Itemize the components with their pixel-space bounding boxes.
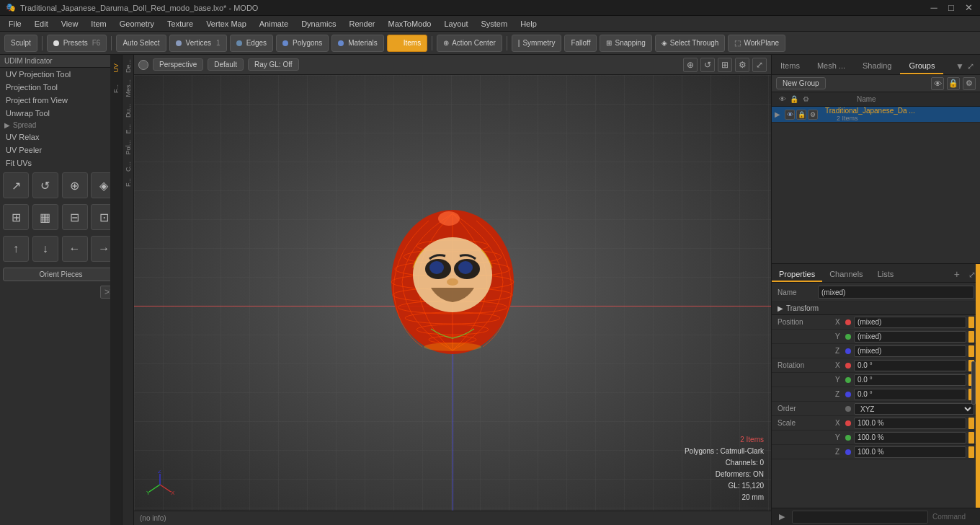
order-select[interactable]: XYZ XZY YXZ YZX ZXY ZYX (854, 403, 974, 415)
pos-x-input[interactable] (854, 317, 966, 328)
ptab-add[interactable]: + (950, 266, 964, 282)
scale-x-drag[interactable] (968, 418, 974, 429)
perspective-btn[interactable]: Perspective (153, 58, 203, 71)
vertices-button[interactable]: Vertices 1 (169, 35, 227, 52)
rot-x-input[interactable] (854, 360, 966, 371)
row-lock-icon[interactable]: 🔒 (796, 110, 806, 120)
row-vis-icon[interactable]: 👁 (785, 110, 795, 120)
tab-groups[interactable]: Groups (900, 58, 943, 74)
menu-maxtomode[interactable]: MaxToModo (383, 18, 437, 30)
scale-z-input[interactable] (854, 446, 966, 458)
raygl-btn[interactable]: Ray GL: Off (248, 58, 299, 71)
minimize-button[interactable]: ─ (928, 2, 940, 13)
menu-view[interactable]: View (55, 18, 84, 30)
pos-x-drag[interactable] (968, 317, 974, 328)
groups-eye-btn[interactable]: 👁 (931, 77, 944, 90)
uv-peeler-item[interactable]: UV Peeler (0, 144, 122, 156)
auto-select-button[interactable]: Auto Select (116, 35, 166, 52)
side-tab-e[interactable]: E... (123, 121, 133, 137)
resize-handle[interactable] (971, 361, 976, 405)
shading-btn[interactable]: Default (208, 58, 244, 71)
menu-dynamics[interactable]: Dynamics (295, 18, 342, 30)
close-button[interactable]: ✕ (963, 2, 974, 13)
tool-up[interactable]: ↑ (3, 236, 29, 262)
presets-button[interactable]: Presets F6 (47, 35, 107, 52)
maximize-button[interactable]: □ (945, 2, 957, 13)
ptab-lists[interactable]: Lists (870, 268, 901, 282)
scale-x-input[interactable] (854, 418, 966, 429)
sculpt-button[interactable]: Sculpt (4, 35, 37, 52)
scale-y-drag[interactable] (968, 432, 974, 444)
falloff-button[interactable]: Falloff (564, 35, 597, 52)
menu-edit[interactable]: Edit (29, 18, 54, 30)
uv-relax-item[interactable]: UV Relax (0, 131, 122, 144)
command-input[interactable] (792, 511, 928, 524)
vp-icon-settings[interactable]: ⚙ (735, 58, 749, 72)
menu-help[interactable]: Help (514, 18, 543, 30)
new-group-btn[interactable]: New Group (776, 77, 826, 89)
ptab-properties[interactable]: Properties (772, 268, 822, 282)
tab-shading[interactable]: Shading (854, 58, 900, 74)
menu-geometry[interactable]: Geometry (114, 18, 160, 30)
scale-z-drag[interactable] (968, 446, 974, 458)
edges-button[interactable]: Edges (230, 35, 273, 52)
tool-grid[interactable]: ⊞ (3, 204, 29, 230)
rot-z-input[interactable] (854, 389, 966, 400)
menu-texture[interactable]: Texture (161, 18, 199, 30)
pos-z-drag[interactable] (968, 345, 974, 357)
menu-file[interactable]: File (3, 18, 27, 30)
groups-lock-btn[interactable]: 🔒 (947, 77, 960, 90)
cmd-expand-icon[interactable]: ▶ (776, 511, 788, 523)
polygons-button[interactable]: Polygons (276, 35, 329, 52)
tool-scale[interactable]: ⊕ (62, 172, 88, 198)
menu-system[interactable]: System (475, 18, 513, 30)
row-gear-icon[interactable]: ⚙ (808, 110, 818, 120)
orient-pieces-btn[interactable]: Orient Pieces (3, 268, 119, 281)
vp-icon-expand[interactable]: ⤢ (752, 58, 767, 72)
tab-expand[interactable]: ▼ ⤢ (950, 58, 980, 74)
items-button[interactable]: Items (387, 35, 427, 52)
tool-checker[interactable]: ▦ (32, 204, 58, 230)
side-tab-uv[interactable]: UV (111, 61, 121, 76)
tab-items[interactable]: Items (772, 58, 808, 74)
fit-uvs-item[interactable]: Fit UVs (0, 156, 122, 169)
side-tab-du[interactable]: Du... (123, 101, 133, 120)
uv-projection-tool[interactable]: UV Projection Tool (0, 68, 122, 81)
project-from-view[interactable]: Project from View (0, 94, 122, 107)
groups-row-daruma[interactable]: ▶ 👁 🔒 ⚙ Traditional_Japanese_Da ... 2 It… (772, 107, 980, 123)
action-center-button[interactable]: ⊕ Action Center (437, 35, 502, 52)
scale-y-input[interactable] (854, 432, 966, 444)
menu-vertex-map[interactable]: Vertex Map (200, 18, 252, 30)
tool-left[interactable]: ← (62, 236, 88, 262)
pos-z-input[interactable] (854, 345, 966, 357)
menu-animate[interactable]: Animate (254, 18, 294, 30)
side-tab-f[interactable]: F... (111, 81, 121, 96)
tool-rotate[interactable]: ↺ (32, 172, 58, 198)
snapping-button[interactable]: ⊞ Snapping (600, 35, 651, 52)
side-tab-de[interactable]: De... (123, 56, 133, 76)
pos-y-drag[interactable] (968, 331, 974, 343)
pos-y-input[interactable] (854, 331, 966, 343)
groups-gear-btn[interactable]: ⚙ (963, 77, 976, 90)
ptab-channels[interactable]: Channels (822, 268, 870, 282)
side-tab-f2[interactable]: F... (123, 175, 133, 190)
menu-layout[interactable]: Layout (438, 18, 473, 30)
prop-name-input[interactable] (818, 286, 974, 299)
tool-down[interactable]: ↓ (32, 236, 58, 262)
vp-icon-pan[interactable]: ↺ (700, 58, 715, 72)
side-tab-mes[interactable]: Mes... (123, 76, 133, 100)
menu-render[interactable]: Render (343, 18, 380, 30)
rot-y-input[interactable] (854, 374, 966, 386)
spread-group[interactable]: ▶ Spread (0, 120, 122, 131)
side-tab-pol[interactable]: Pol... (123, 137, 133, 158)
work-plane-button[interactable]: ⬚ WorkPlane (728, 35, 785, 52)
unwrap-tool[interactable]: Unwrap Tool (0, 107, 122, 120)
tool-uv1[interactable]: ⊟ (62, 204, 88, 230)
projection-tool[interactable]: Projection Tool (0, 81, 122, 94)
select-through-button[interactable]: ◈ Select Through (655, 35, 726, 52)
tab-mesh[interactable]: Mesh ... (808, 58, 854, 74)
viewport-canvas[interactable]: 2 Items Polygons : Catmull-Clark Channel… (134, 75, 771, 511)
vp-icon-rotate[interactable]: ⊕ (683, 58, 698, 72)
materials-button[interactable]: Materials (331, 35, 384, 52)
prop-transform-header[interactable]: ▶ Transform (772, 302, 980, 315)
